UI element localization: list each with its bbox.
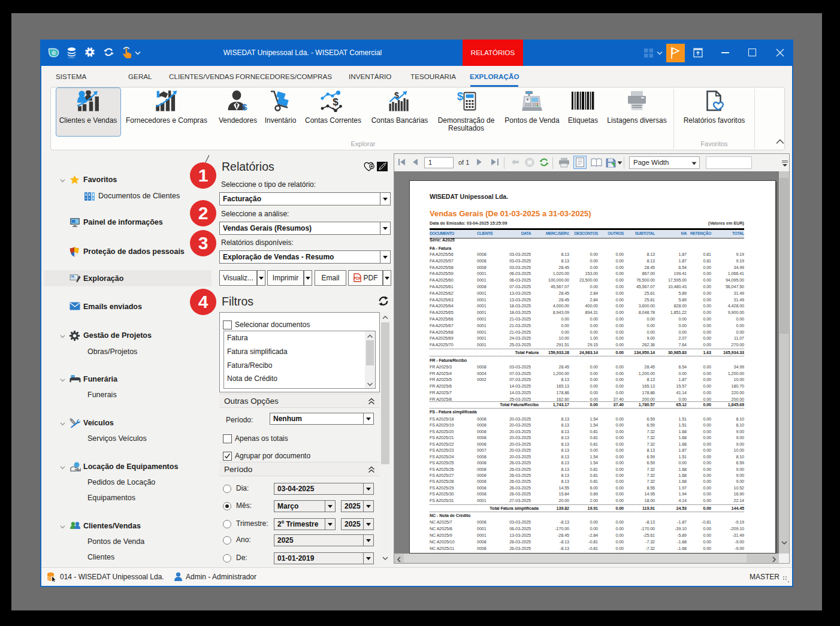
svg-text:C: C bbox=[52, 50, 56, 56]
svg-text:$: $ bbox=[333, 96, 339, 108]
svg-text:$: $ bbox=[242, 102, 247, 111]
svg-text:$: $ bbox=[457, 90, 464, 102]
svg-text:PDF: PDF bbox=[353, 276, 361, 280]
